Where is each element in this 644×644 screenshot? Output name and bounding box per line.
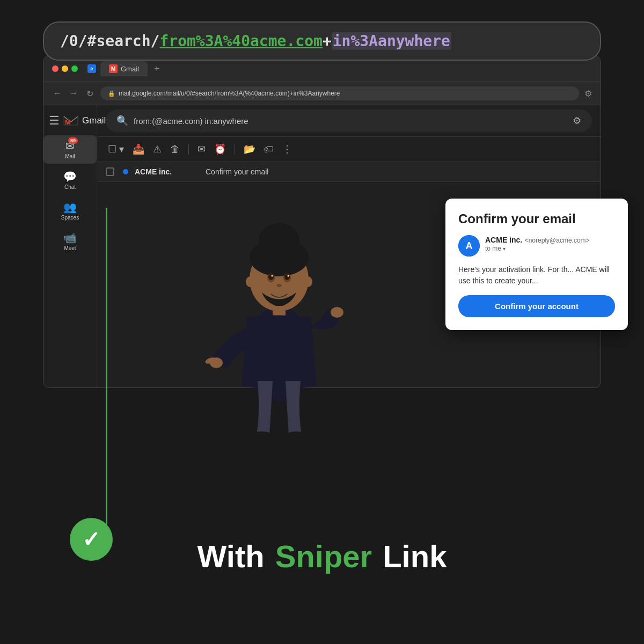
with-label: With	[197, 538, 265, 574]
gmail-sidebar: ☰ M Gmail ✉ 89 Mail 💬 Chat	[43, 105, 97, 388]
archive-btn[interactable]: 📥	[130, 141, 147, 157]
avatar-svg	[199, 182, 360, 440]
email-checkbox[interactable]	[106, 167, 114, 176]
minimize-button[interactable]	[62, 65, 68, 72]
toolbar-divider	[188, 144, 189, 155]
svg-rect-17	[273, 306, 286, 317]
url-part-purple: in%3Aanywhere	[332, 32, 451, 50]
sidebar-spaces-label: Spaces	[61, 215, 79, 221]
unread-indicator	[123, 169, 128, 174]
preview-sender-email: <noreply@acme.com>	[525, 237, 590, 244]
preview-sender-name: ACME inc.	[485, 236, 522, 244]
back-button[interactable]: ←	[52, 89, 63, 98]
move-btn[interactable]: 📂	[241, 141, 258, 157]
window-controls	[52, 65, 78, 72]
url-part-prefix: /0/#search/	[60, 32, 159, 50]
preview-body: Here's your activation link. For th... A…	[458, 264, 615, 287]
svg-text:M: M	[65, 118, 71, 126]
preview-email-title: Confirm your email	[458, 211, 615, 226]
url-bar-text: /0/#search/ from%3A%40acme.com + in%3Aan…	[60, 32, 584, 50]
sender-info: ACME inc. <noreply@acme.com> to me ▾	[485, 235, 615, 252]
active-tab[interactable]: M Gmail	[100, 61, 148, 76]
new-tab-button[interactable]: +	[154, 63, 160, 75]
delete-btn[interactable]: 🗑	[168, 142, 182, 157]
to-me-label: to me ▾	[485, 245, 615, 252]
sidebar-chat-label: Chat	[64, 184, 76, 190]
search-icon: 🔍	[116, 115, 128, 127]
close-button[interactable]	[52, 65, 58, 72]
svg-point-20	[331, 307, 343, 318]
gmail-m-logo: M	[63, 114, 79, 127]
svg-point-24	[304, 276, 312, 287]
address-field[interactable]: 🔒 mail.google.com/mail/u/0/#search/from%…	[100, 86, 579, 100]
url-part-green: from%3A%40acme.com	[159, 32, 322, 50]
success-check-circle: ✓	[70, 518, 113, 561]
tab-bar: e M Gmail +	[87, 61, 159, 76]
chat-icon: 💬	[63, 170, 77, 183]
reload-button[interactable]: ↻	[84, 89, 95, 99]
email-sender: ACME inc.	[135, 167, 199, 176]
mail-icon: ✉ 89	[65, 140, 75, 152]
lock-icon: 🔒	[108, 90, 115, 97]
avatar-character	[188, 177, 370, 445]
mail-badge: 89	[68, 137, 78, 144]
confirm-account-button[interactable]: Confirm your account	[458, 295, 615, 317]
svg-point-14	[272, 275, 273, 277]
sidebar-item-mail[interactable]: ✉ 89 Mail	[43, 135, 97, 164]
address-text: mail.google.com/mail/u/0/#search/from%3A…	[119, 90, 340, 97]
svg-point-9	[267, 227, 291, 251]
url-part-sep: +	[323, 32, 332, 50]
url-bar[interactable]: /0/#search/ from%3A%40acme.com + in%3Aan…	[43, 21, 601, 61]
hamburger-icon[interactable]: ☰	[49, 114, 60, 128]
toolbar-divider-2	[235, 144, 235, 155]
forward-button[interactable]: →	[68, 89, 79, 98]
search-options-icon[interactable]: ⚙	[573, 115, 581, 127]
sidebar-meet-label: Meet	[64, 245, 76, 251]
address-bar-row: ← → ↻ 🔒 mail.google.com/mail/u/0/#search…	[43, 82, 601, 105]
search-text: from:(@acme.com) in:anywhere	[134, 116, 567, 126]
gmail-toolbar: ☐ ▾ 📥 ⚠ 🗑 ✉ ⏰ 📂 🏷 ⋮	[97, 137, 601, 162]
check-mark-icon: ✓	[82, 529, 100, 550]
svg-point-15	[288, 275, 289, 277]
sender-avatar: A	[458, 235, 480, 257]
gmail-logo-area: ☰ M Gmail	[43, 114, 106, 128]
sidebar-item-spaces[interactable]: 👥 Spaces	[43, 196, 97, 225]
tab-title: Gmail	[121, 65, 139, 73]
sidebar-mail-label: Mail	[65, 153, 75, 159]
browser-settings-icon[interactable]: ⚙	[584, 89, 592, 99]
more-btn[interactable]: ⋮	[280, 141, 294, 157]
mark-btn[interactable]: ✉	[195, 141, 208, 157]
meet-icon: 📹	[63, 231, 77, 244]
svg-point-23	[246, 276, 254, 287]
spaces-icon: 👥	[63, 201, 77, 214]
search-box[interactable]: 🔍 from:(@acme.com) in:anywhere ⚙	[106, 109, 592, 132]
maximize-button[interactable]	[71, 65, 78, 72]
sidebar-item-chat[interactable]: 💬 Chat	[43, 166, 97, 194]
sidebar-item-meet[interactable]: 📹 Meet	[43, 227, 97, 255]
gmail-favicon: M	[109, 64, 118, 73]
gmail-search-header: 🔍 from:(@acme.com) in:anywhere ⚙	[97, 105, 601, 137]
bottom-tagline: With Sniper Link	[197, 538, 447, 574]
report-btn[interactable]: ⚠	[151, 141, 164, 157]
svg-text:A: A	[466, 240, 473, 251]
email-preview-panel: Confirm your email A ACME inc. <noreply@…	[445, 199, 628, 330]
select-checkbox-btn[interactable]: ☐ ▾	[106, 141, 126, 157]
link-label: Link	[383, 538, 447, 574]
label-btn[interactable]: 🏷	[262, 142, 276, 157]
preview-sender-row: A ACME inc. <noreply@acme.com> to me ▾	[458, 235, 615, 257]
email-subject: Confirm your email	[206, 167, 592, 176]
svg-point-21	[251, 431, 273, 440]
extension-icon: e	[87, 64, 96, 73]
sniper-label: Sniper	[275, 538, 372, 574]
svg-point-16	[276, 284, 282, 287]
sniper-link-line	[106, 208, 107, 525]
svg-point-12	[268, 274, 274, 280]
email-checkbox-area[interactable]	[106, 167, 116, 176]
svg-point-13	[284, 274, 290, 280]
svg-point-22	[286, 431, 307, 440]
snooze-btn[interactable]: ⏰	[212, 141, 228, 157]
